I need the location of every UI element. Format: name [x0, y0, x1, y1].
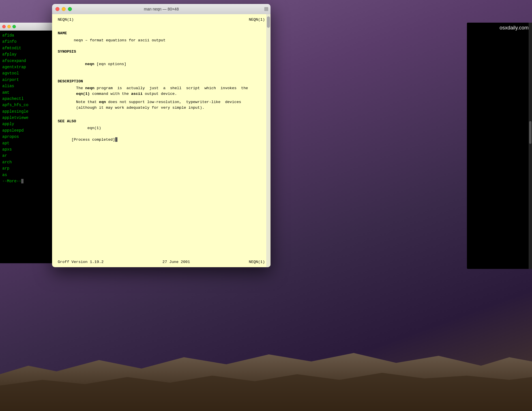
- list-item: airport: [2, 77, 50, 83]
- minimize-button[interactable]: [62, 7, 66, 11]
- left-window-titlebar: [0, 23, 53, 31]
- window-titlebar: man neqn — 80×48: [52, 4, 271, 14]
- list-item: applesingle: [2, 108, 50, 115]
- list-item: apachectl: [2, 96, 50, 102]
- close-button[interactable]: [55, 7, 59, 11]
- command-list: afida afinfo afmtodit afplay afscexpand …: [2, 32, 50, 184]
- list-item: agvtool: [2, 70, 50, 76]
- synopsis-cmd: neqn: [85, 62, 94, 66]
- process-completed-line: [Process completed]: [58, 131, 265, 149]
- desc-eqn1-bold: eqn(1): [76, 92, 90, 96]
- footer-left: Groff Version 1.19.2: [58, 259, 104, 265]
- list-item: alias: [2, 83, 50, 89]
- right-window-header: osxdaily.com: [467, 23, 532, 33]
- footer-center: 27 June 2001: [162, 259, 190, 265]
- titlebar-scrollbar-icon: [264, 7, 268, 11]
- man-header-left: NEQN(1): [58, 17, 74, 23]
- right-scrollbar-thumb[interactable]: [529, 121, 531, 144]
- list-item: as: [2, 172, 50, 178]
- desc-line-4: (although it may work adequately for ver…: [58, 105, 265, 111]
- terminal-cursor: [115, 137, 117, 142]
- man-header: NEQN(1) NEQN(1): [58, 17, 265, 23]
- list-item: appsleepd: [2, 127, 50, 134]
- desc-line-3: Note that eqn does not support low-resol…: [58, 99, 265, 105]
- desc-eqn-bold: eqn: [99, 100, 106, 104]
- man-footer: Groff Version 1.19.2 27 June 2001 NEQN(1…: [58, 259, 265, 265]
- right-terminal-window: osxdaily.com: [467, 23, 532, 269]
- left-terminal-window: afida afinfo afmtodit afplay afscexpand …: [0, 23, 53, 263]
- desc-ascii-bold: ascii: [131, 92, 143, 96]
- synopsis-args: [eqn options]: [94, 62, 126, 66]
- description-section-title: DESCRIPTION: [58, 79, 265, 84]
- list-item: afinfo: [2, 38, 50, 45]
- desc-line-1: The neqn program is actually just a shel…: [58, 85, 265, 91]
- maximize-button[interactable]: [68, 7, 72, 11]
- list-item: arch: [2, 159, 50, 165]
- list-item: appletviewe: [2, 115, 50, 121]
- desc-line-2: eqn(1) command with the ascii output dev…: [58, 91, 265, 97]
- list-item: ar: [2, 153, 50, 159]
- left-minimize-button[interactable]: [7, 25, 11, 28]
- name-section-title: NAME: [58, 31, 265, 36]
- left-maximize-button[interactable]: [12, 25, 16, 28]
- man-header-right: NEQN(1): [249, 17, 265, 23]
- list-item: afmtodit: [2, 45, 50, 51]
- see-also-section-title: SEE ALSO: [58, 119, 265, 124]
- terrain: [0, 340, 532, 411]
- list-item: agentxtrap: [2, 64, 50, 70]
- list-item: afplay: [2, 51, 50, 57]
- list-item: apxs: [2, 146, 50, 153]
- left-terminal-body: afida afinfo afmtodit afplay afscexpand …: [0, 31, 53, 263]
- list-item: apfs_hfs_co: [2, 102, 50, 108]
- man-page-content[interactable]: NEQN(1) NEQN(1) NAME neqn – format equat…: [52, 14, 271, 267]
- traffic-lights: [55, 7, 72, 11]
- list-item: apt: [2, 140, 50, 146]
- see-also-item: eqn(1): [58, 125, 265, 131]
- list-item: afida: [2, 32, 50, 38]
- desc-neqn-bold: neqn: [85, 86, 94, 90]
- synopsis-section-title: SYNOPSIS: [58, 49, 265, 55]
- more-prompt[interactable]: --More--: [2, 178, 50, 184]
- name-desc-text: neqn – format equations for ascii output: [58, 38, 166, 42]
- name-description: neqn – format equations for ascii output: [58, 38, 265, 43]
- man-scrollbar[interactable]: [266, 14, 271, 267]
- list-item: arp: [2, 165, 50, 172]
- process-completed-text: [Process completed]: [72, 138, 115, 142]
- osxdaily-brand: osxdaily.com: [499, 25, 529, 31]
- right-scrollbar[interactable]: [529, 23, 532, 269]
- list-item: apply: [2, 121, 50, 127]
- man-scrollbar-thumb[interactable]: [267, 16, 270, 28]
- list-item: apropos: [2, 134, 50, 140]
- footer-right: NEQN(1): [249, 259, 265, 265]
- list-item: afscexpand: [2, 58, 50, 64]
- window-title: man neqn — 80×48: [144, 7, 179, 11]
- synopsis-content: neqn [eqn options]: [58, 56, 265, 73]
- left-close-button[interactable]: [2, 25, 6, 28]
- list-item: amt: [2, 89, 50, 96]
- main-terminal-window: man neqn — 80×48 NEQN(1) NEQN(1) NAME ne…: [52, 4, 271, 267]
